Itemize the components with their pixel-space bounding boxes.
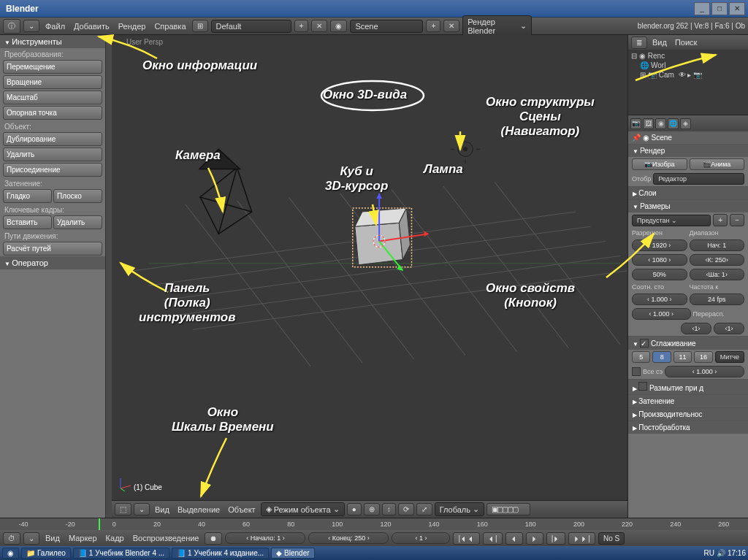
jump-start-icon[interactable]: |⏴⏴ [453, 532, 480, 545]
v3d-select[interactable]: Выделение [175, 504, 223, 515]
layout-del[interactable]: ✕ [311, 20, 327, 32]
current-frame-field[interactable]: ‹ 1 › [392, 532, 450, 544]
outliner-item-world[interactable]: 🌐 Worl [630, 61, 747, 70]
pivot-icon[interactable]: ⊕ [364, 503, 380, 515]
outliner-item-scene[interactable]: ⊟ ◉ Renc [630, 51, 747, 61]
duplicate-button[interactable]: Дублирование [3, 132, 102, 146]
layout-dropdown[interactable]: Default [211, 20, 291, 33]
task-folder[interactable]: 📁 Галилео [21, 548, 71, 559]
frame-start-field[interactable]: Нач: 1 [690, 239, 745, 251]
layout-add[interactable]: + [294, 20, 309, 32]
scene-del[interactable]: ✕ [443, 20, 459, 32]
tl-view[interactable]: Вид [42, 532, 63, 544]
start-frame-field[interactable]: ‹ Начало: 1 › [225, 532, 305, 544]
manip-translate-icon[interactable]: ↕ [382, 503, 396, 515]
calc-paths-button[interactable]: Расчёт путей [3, 242, 102, 256]
aspect-y-field[interactable]: ‹ 1.000 › [632, 308, 691, 320]
v3d-view[interactable]: Вид [152, 504, 172, 515]
shade-solid-icon[interactable]: ● [347, 503, 362, 515]
auto-key-icon[interactable]: ⏺ [205, 532, 222, 545]
playhead[interactable] [99, 518, 100, 530]
maximize-button[interactable]: □ [711, 2, 728, 15]
frame-step-field[interactable]: ‹Ша: 1› [690, 269, 745, 280]
res-y-field[interactable]: ‹ 1080 › [632, 254, 687, 266]
panel-dimensions[interactable]: Размеры [628, 200, 748, 212]
remap-old-field[interactable]: ‹1› [681, 323, 711, 334]
prop-tab-scene-icon[interactable]: ◉ [655, 118, 666, 129]
task-doc2[interactable]: 📘 1 Учебник 4 издание... [172, 548, 269, 559]
preset-add[interactable]: + [713, 214, 728, 226]
menu-help[interactable]: Справка [151, 20, 188, 32]
scene-add[interactable]: + [426, 20, 440, 32]
origin-button[interactable]: Опорная точка [3, 106, 102, 120]
mode-dropdown[interactable]: ◈ Режим объекта ⌄ [261, 502, 345, 516]
translate-button[interactable]: Перемещение [3, 60, 102, 74]
jump-end-icon[interactable]: ⏵⏵| [568, 532, 595, 545]
aa-filter-dropdown[interactable]: Митче [715, 351, 744, 363]
operator-panel-header[interactable]: Оператор [0, 256, 105, 269]
preset-del[interactable]: − [730, 214, 744, 226]
res-pct-field[interactable]: 50% [632, 269, 687, 280]
tools-panel-header[interactable]: Инструменты [0, 35, 105, 48]
menu-add[interactable]: Добавить [71, 20, 112, 32]
layout-icon[interactable]: ⊞ [192, 20, 208, 32]
view3d-area[interactable]: User Persp (1) Cube ⬚ ⌄ Вид Выделение Об… [112, 35, 627, 518]
panel-performance[interactable]: Производительнос [628, 408, 748, 421]
layers-widget[interactable]: ▣▢▢▢▢ [486, 503, 530, 515]
outliner-view[interactable]: Вид [649, 37, 670, 48]
manip-scale-icon[interactable]: ⤢ [416, 503, 432, 515]
join-button[interactable]: Присоединение [3, 163, 102, 177]
manip-rotate-icon[interactable]: ⟳ [398, 503, 414, 515]
scene-icon[interactable]: ◉ [330, 20, 347, 32]
aa-8[interactable]: 8 [652, 351, 671, 363]
panel-layers[interactable]: Слои [628, 187, 748, 199]
play-icon[interactable]: ⏵ [526, 532, 543, 545]
play-rev-icon[interactable]: ⏴ [505, 532, 523, 545]
frame-end-field[interactable]: ‹К: 250› [690, 254, 745, 266]
render-anim-button[interactable]: 🎬Анима [690, 158, 745, 170]
close-button[interactable]: ✕ [729, 2, 745, 15]
prop-tab-object-icon[interactable]: ◈ [680, 118, 691, 129]
menu-render[interactable]: Рендер [115, 20, 149, 32]
outliner-search[interactable]: Поиск [672, 37, 700, 48]
preset-dropdown[interactable]: Предустан ⌄ [632, 215, 711, 226]
insert-key-button[interactable]: Вставить [3, 215, 52, 229]
tl-marker[interactable]: Маркер [66, 532, 100, 544]
tray-lang[interactable]: RU [704, 549, 714, 557]
task-doc1[interactable]: 📘 1 Учебник Blender 4 ... [73, 548, 169, 559]
panel-post[interactable]: Постобработка [628, 421, 748, 434]
task-blender[interactable]: ◆ Blender [271, 548, 314, 559]
scene-dropdown[interactable]: Scene [350, 20, 423, 33]
end-frame-field[interactable]: ‹ Конец: 250 › [308, 532, 389, 544]
aa-5[interactable]: 5 [632, 351, 650, 363]
render-image-button[interactable]: 📷Изобра [632, 158, 687, 170]
sync-dropdown[interactable]: No S [598, 532, 625, 545]
panel-render[interactable]: Рендер [628, 145, 748, 157]
res-x-field[interactable]: ‹ 1920 › [632, 239, 687, 251]
start-button[interactable]: ◉ [2, 548, 19, 559]
help-icon[interactable]: ⌄ [23, 20, 39, 32]
aa-16[interactable]: 16 [694, 351, 712, 363]
delete-button[interactable]: Удалить [3, 147, 102, 161]
remap-new-field[interactable]: ‹1› [714, 323, 744, 334]
prop-tab-world-icon[interactable]: 🌐 [668, 118, 679, 129]
outliner-item-camera[interactable]: ⊞ 📷 Cam 👁 ▸ 📷 [630, 70, 747, 80]
rotate-button[interactable]: Вращение [3, 75, 102, 89]
aa-size-field[interactable]: ‹ 1.000 › [665, 366, 744, 377]
menu-file[interactable]: Файл [42, 20, 68, 32]
aspect-x-field[interactable]: ‹ 1.000 › [632, 294, 687, 305]
timeline-collapse-icon[interactable]: ⌄ [23, 532, 39, 545]
panel-antialias[interactable]: ✓ Сглаживание [628, 337, 748, 350]
engine-dropdown[interactable]: Рендер Blender ⌄ [462, 15, 532, 37]
panel-mblur[interactable]: Размытие при д [628, 380, 748, 394]
flat-button[interactable]: Плоско [53, 189, 102, 203]
tray-icon[interactable]: 🔊 [717, 549, 725, 557]
display-dropdown[interactable]: Редактор [653, 173, 744, 185]
prop-tab-layers-icon[interactable]: 🖼 [643, 118, 654, 129]
tl-frame[interactable]: Кадр [103, 532, 127, 544]
timeline-ruler[interactable]: -40-200204060801001201401601802002202402… [0, 518, 748, 530]
timeline-editor-icon[interactable]: ⏱ [3, 532, 20, 545]
aa-11[interactable]: 11 [673, 351, 692, 363]
v3d-object[interactable]: Объект [225, 504, 258, 515]
smooth-button[interactable]: Гладко [3, 189, 52, 203]
